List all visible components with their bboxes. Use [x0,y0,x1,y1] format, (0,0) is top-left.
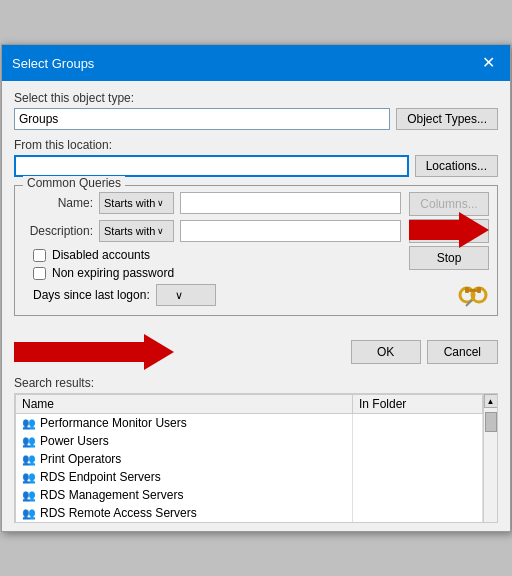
row-folder [353,468,483,486]
days-label: Days since last logon: [33,288,150,302]
queries-inner: Name: Starts with ∨ Description: Starts … [23,192,489,309]
object-type-input[interactable] [14,108,390,130]
svg-marker-7 [14,334,174,370]
find-now-button[interactable]: Find Now [409,219,489,243]
row-name: 👥Print Operators [16,450,353,468]
common-queries-tab: Common Queries [23,176,125,190]
row-folder [353,450,483,468]
disabled-accounts-label: Disabled accounts [52,248,150,262]
ok-cancel-row: OK Cancel [14,334,498,370]
row-user-icon: 👥 [22,471,36,483]
days-row: Days since last logon: ∨ [33,284,401,306]
cancel-button[interactable]: Cancel [427,340,498,364]
queries-right: Columns... Find Now Stop [409,192,489,309]
table-row[interactable]: 👥RDS Endpoint Servers [16,468,483,486]
row-folder [353,504,483,522]
location-label: From this location: [14,138,498,152]
disabled-accounts-checkbox[interactable] [33,249,46,262]
row-user-icon: 👥 [22,489,36,501]
days-arrow: ∨ [175,289,183,302]
col-name: Name [16,395,353,414]
row-name: 👥Power Users [16,432,353,450]
table-row[interactable]: 👥Performance Monitor Users [16,414,483,433]
queries-left: Name: Starts with ∨ Description: Starts … [23,192,401,309]
row-folder [353,414,483,433]
description-input[interactable] [180,220,401,242]
scroll-up-arrow[interactable]: ▲ [484,394,498,408]
row-user-icon: 👥 [22,453,36,465]
name-row: Name: Starts with ∨ [23,192,401,214]
select-groups-dialog: Select Groups ✕ Select this object type:… [1,44,511,532]
row-name: 👥RDS Management Servers [16,486,353,504]
location-row: Locations... [14,155,498,177]
bottom-section: OK Cancel Search results: Name In Folder… [2,334,510,531]
row-name: 👥Performance Monitor Users [16,414,353,433]
non-expiring-row: Non expiring password [33,266,401,280]
non-expiring-label: Non expiring password [52,266,174,280]
object-type-group: Select this object type: Object Types... [14,91,498,130]
row-user-icon: 👥 [22,507,36,519]
title-bar: Select Groups ✕ [2,45,510,81]
search-icon [457,277,489,309]
location-input[interactable] [14,155,409,177]
row-folder [353,486,483,504]
name-starts-dropdown[interactable]: Starts with ∨ [99,192,174,214]
object-type-label: Select this object type: [14,91,498,105]
results-inner: Name In Folder 👥Performance Monitor User… [15,394,483,522]
stop-button[interactable]: Stop [409,246,489,270]
close-button[interactable]: ✕ [476,51,500,75]
name-dropdown-arrow: ∨ [157,198,164,208]
row-folder [353,432,483,450]
row-name: 👥RDS Remote Access Servers [16,504,353,522]
description-row: Description: Starts with ∨ [23,220,401,242]
name-label: Name: [23,196,93,210]
common-queries-box: Common Queries Name: Starts with ∨ [14,185,498,316]
desc-dropdown-arrow: ∨ [157,226,164,236]
row-name: 👥RDS Endpoint Servers [16,468,353,486]
object-type-row: Object Types... [14,108,498,130]
name-input[interactable] [180,192,401,214]
days-dropdown[interactable]: ∨ [156,284,216,306]
location-group: From this location: Locations... [14,138,498,177]
search-icon-area [409,277,489,309]
results-table: Name In Folder 👥Performance Monitor User… [15,394,483,522]
red-arrow-ok [14,334,174,370]
disabled-accounts-row: Disabled accounts [33,248,401,262]
columns-button[interactable]: Columns... [409,192,489,216]
table-row[interactable]: 👥RDS Management Servers [16,486,483,504]
dialog-title: Select Groups [12,56,94,71]
ok-button[interactable]: OK [351,340,421,364]
table-row[interactable]: 👥Print Operators [16,450,483,468]
locations-button[interactable]: Locations... [415,155,498,177]
row-user-icon: 👥 [22,417,36,429]
svg-rect-4 [477,287,481,293]
scroll-thumb[interactable] [485,412,497,432]
svg-rect-3 [465,287,469,293]
dialog-body: Select this object type: Object Types...… [2,81,510,334]
results-outer: Name In Folder 👥Performance Monitor User… [14,393,498,523]
table-row[interactable]: 👥Power Users [16,432,483,450]
scrollbar[interactable]: ▲ [483,394,497,522]
col-folder: In Folder [353,395,483,414]
non-expiring-checkbox[interactable] [33,267,46,280]
red-arrow-ok-area [14,334,345,370]
row-user-icon: 👥 [22,435,36,447]
description-label: Description: [23,224,93,238]
table-row[interactable]: 👥RDS Remote Access Servers [16,504,483,522]
svg-rect-5 [469,289,477,292]
object-types-button[interactable]: Object Types... [396,108,498,130]
search-results-label: Search results: [14,376,498,390]
desc-starts-dropdown[interactable]: Starts with ∨ [99,220,174,242]
